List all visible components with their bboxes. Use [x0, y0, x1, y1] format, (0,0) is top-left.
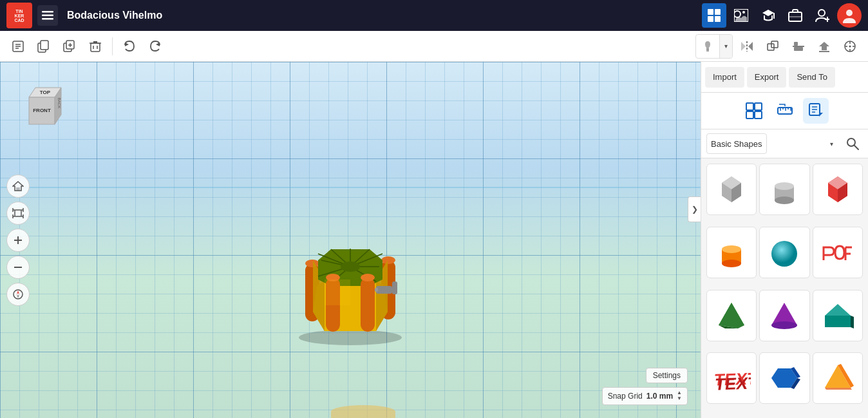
tab-notes[interactable]: [803, 98, 829, 124]
svg-marker-116: [819, 113, 823, 117]
main-area: TOP FRONT BACK: [0, 62, 868, 418]
delete-button[interactable]: [84, 35, 107, 58]
home-view-button[interactable]: [6, 175, 30, 198]
redo-button[interactable]: [144, 35, 167, 58]
shape-selector: Basic Shapes ▾: [701, 129, 868, 158]
zoom-out-button[interactable]: [6, 256, 30, 279]
settings-bar: Settings Snap Grid 1.0 mm ▲ ▼: [602, 368, 688, 405]
duplicate-button[interactable]: [58, 35, 81, 58]
settings-button[interactable]: Settings: [646, 368, 688, 383]
svg-rect-99: [375, 288, 378, 292]
nav-add-person-icon[interactable]: [810, 3, 835, 28]
svg-marker-137: [825, 304, 851, 316]
nav-briefcase-icon[interactable]: [783, 3, 807, 28]
shape-search-button[interactable]: [842, 133, 863, 154]
svg-text:BACK: BACK: [57, 98, 61, 108]
shape-sphere-teal[interactable]: [759, 227, 809, 278]
bulb-button[interactable]: [696, 35, 719, 58]
svg-rect-138: [825, 316, 851, 327]
shape-text[interactable]: [813, 227, 863, 278]
svg-marker-139: [851, 316, 854, 328]
bottom-object: [331, 405, 395, 418]
svg-point-123: [775, 182, 794, 190]
undo-button[interactable]: [118, 35, 141, 58]
shape-box-red[interactable]: [813, 164, 863, 215]
svg-rect-27: [91, 43, 100, 52]
panel-collapse-button[interactable]: ❯: [688, 196, 701, 222]
svg-point-93: [341, 261, 360, 272]
zoom-in-button[interactable]: [6, 229, 30, 252]
snap-grid-stepper[interactable]: ▲ ▼: [677, 390, 682, 402]
shape-cylinder-gray[interactable]: [759, 164, 809, 215]
svg-rect-57: [16, 187, 20, 191]
compass-button[interactable]: [6, 283, 30, 306]
nav-grid-icon[interactable]: [702, 3, 726, 28]
group-button[interactable]: [761, 35, 784, 58]
tinkercad-logo[interactable]: TIN KER CAD: [6, 3, 32, 28]
svg-marker-101: [325, 280, 350, 305]
svg-text:TEXT: TEXT: [713, 374, 751, 394]
menu-icon: [42, 11, 53, 20]
svg-point-129: [722, 245, 741, 253]
import-button[interactable]: Import: [705, 67, 744, 88]
snap-grid-label: Snap Grid: [608, 392, 643, 401]
3d-viewport[interactable]: TOP FRONT BACK: [0, 62, 701, 418]
cube-navigator[interactable]: TOP FRONT BACK: [13, 75, 64, 126]
svg-point-77: [381, 256, 395, 264]
copy-button[interactable]: [32, 35, 55, 58]
align-button[interactable]: [787, 35, 810, 58]
project-name: Bodacious Vihelmo: [67, 10, 162, 21]
export-button[interactable]: Export: [747, 67, 787, 88]
shape-pyramid-green[interactable]: [706, 290, 757, 341]
shape-box-gray[interactable]: [706, 164, 757, 215]
nav-gallery-icon[interactable]: [729, 3, 753, 28]
tab-ruler[interactable]: [772, 98, 798, 124]
logo-text: TIN: [15, 9, 23, 14]
shape-roof-teal[interactable]: [813, 290, 863, 341]
svg-point-130: [722, 260, 741, 267]
shape-select-wrapper: Basic Shapes ▾: [706, 133, 838, 154]
svg-rect-39: [768, 44, 774, 50]
bulb-dropdown[interactable]: ▾: [695, 34, 733, 59]
svg-rect-5: [708, 16, 713, 22]
shape-cylinder-orange[interactable]: [706, 227, 757, 278]
toolbar-separator: [112, 37, 113, 55]
sendto-button[interactable]: Send To: [789, 67, 835, 88]
shape-star-red[interactable]: TEXT TEXT: [706, 352, 757, 404]
svg-marker-72: [17, 294, 19, 298]
ruler-button[interactable]: [838, 35, 862, 58]
mirror-button[interactable]: [735, 35, 759, 58]
fit-view-button[interactable]: [6, 202, 30, 225]
svg-rect-0: [42, 11, 53, 13]
flip-button[interactable]: [813, 35, 836, 58]
logo-text: KER: [15, 14, 24, 18]
svg-rect-98: [376, 286, 392, 294]
3d-model: [267, 147, 434, 354]
svg-rect-103: [755, 103, 762, 110]
svg-point-136: [771, 321, 797, 329]
svg-point-13: [818, 10, 825, 16]
right-panel: Import Export Send To: [701, 62, 868, 418]
svg-text:FRONT: FRONT: [33, 108, 51, 113]
nav-learn-icon[interactable]: [756, 3, 780, 28]
bulb-dropdown-arrow[interactable]: ▾: [719, 35, 732, 58]
svg-rect-58: [15, 210, 21, 216]
logo-area: TIN KER CAD Bodacious Vihelmo: [6, 3, 162, 28]
menu-icon-button[interactable]: [37, 5, 58, 26]
panel-tabs: [701, 93, 868, 129]
shape-category-select[interactable]: Basic Shapes: [706, 133, 767, 154]
tab-grid[interactable]: [741, 98, 767, 124]
new-button[interactable]: [6, 35, 30, 58]
svg-rect-104: [746, 111, 753, 119]
svg-rect-42: [794, 47, 803, 51]
svg-text:TOP: TOP: [40, 90, 51, 95]
shape-prism-blue[interactable]: [759, 352, 809, 404]
svg-point-73: [299, 330, 402, 345]
svg-rect-102: [746, 103, 753, 110]
snap-down-arrow[interactable]: ▼: [677, 396, 682, 402]
shape-pyramid-yellow[interactable]: [813, 352, 863, 404]
svg-marker-33: [156, 43, 160, 46]
shape-cone-purple[interactable]: [759, 290, 809, 341]
logo-text: CAD: [14, 18, 24, 23]
user-avatar[interactable]: [837, 3, 862, 28]
